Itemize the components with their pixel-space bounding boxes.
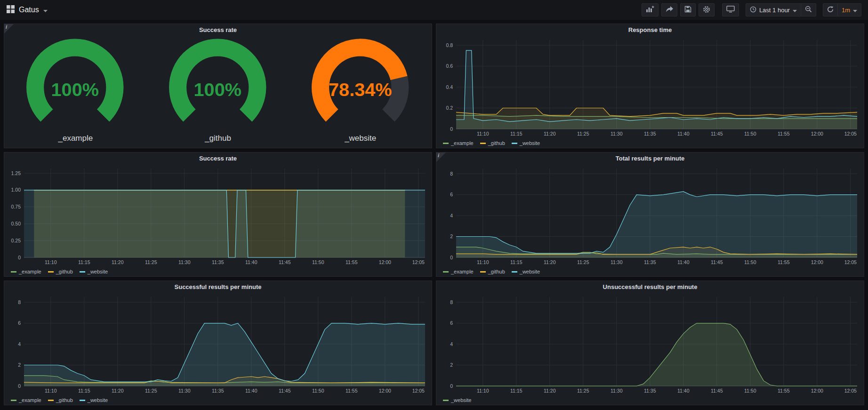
- svg-text:12:00: 12:00: [379, 388, 391, 394]
- svg-text:11:35: 11:35: [644, 131, 656, 137]
- legend-swatch: [11, 271, 16, 273]
- svg-text:11:20: 11:20: [112, 259, 124, 265]
- save-icon: [684, 6, 691, 14]
- panel-title[interactable]: Success rate: [4, 24, 432, 36]
- legend-item[interactable]: _website: [80, 269, 108, 274]
- legend-swatch: [512, 271, 517, 273]
- dashboard-settings-button[interactable]: [699, 3, 715, 16]
- gauge-svg: 100%: [15, 36, 136, 133]
- panel-info-icon[interactable]: i: [436, 153, 446, 162]
- svg-text:11:10: 11:10: [45, 259, 57, 265]
- svg-text:11:45: 11:45: [279, 388, 291, 394]
- chart-legend: _website: [443, 397, 471, 403]
- svg-text:0: 0: [450, 126, 453, 132]
- time-range-button[interactable]: Last 1 hour: [746, 3, 801, 16]
- svg-text:11:40: 11:40: [677, 388, 690, 394]
- refresh-interval-button[interactable]: 1m: [838, 3, 861, 16]
- legend-item[interactable]: _website: [443, 397, 471, 403]
- legend-item[interactable]: _website: [80, 397, 108, 403]
- legend-series-name: _example: [451, 140, 474, 146]
- svg-text:0: 0: [18, 255, 21, 260]
- legend-swatch: [80, 271, 85, 273]
- legend-series-name: _website: [520, 140, 540, 146]
- chart-legend: _example_github_website: [11, 397, 108, 403]
- gauge-arc: 100%: [147, 36, 289, 133]
- chart-unsuccessful-results[interactable]: 0246811:1011:1511:2011:2511:3011:3511:40…: [439, 293, 861, 394]
- svg-text:0: 0: [450, 255, 453, 260]
- panel-successful-results: Successful results per minute 0246811:10…: [4, 281, 432, 405]
- svg-text:0.75: 0.75: [11, 204, 21, 209]
- legend-item[interactable]: _example: [11, 269, 41, 274]
- chart-svg: 0246811:1011:1511:2011:2511:3011:3511:40…: [7, 293, 429, 394]
- chart-success-rate[interactable]: 00.250.500.751.001.2511:1011:1511:2011:2…: [7, 165, 429, 266]
- chart-total-results[interactable]: 0246811:1011:1511:2011:2511:3011:3511:40…: [439, 165, 861, 266]
- legend-swatch: [11, 400, 16, 401]
- svg-text:11:50: 11:50: [744, 131, 756, 137]
- legend-series-name: _github: [56, 269, 73, 274]
- legend-series-name: _github: [56, 397, 73, 403]
- add-panel-button[interactable]: [642, 3, 659, 16]
- svg-text:11:20: 11:20: [544, 131, 556, 137]
- panel-title[interactable]: Unsuccessful results per minute: [436, 281, 864, 293]
- legend-item[interactable]: _github: [480, 140, 505, 146]
- svg-text:11:50: 11:50: [744, 388, 756, 394]
- save-dashboard-button[interactable]: [680, 3, 696, 16]
- svg-text:4: 4: [450, 213, 453, 218]
- legend-series-name: _github: [488, 269, 505, 274]
- svg-text:11:45: 11:45: [711, 259, 723, 265]
- gauge-website: 78.34% _website: [289, 36, 432, 145]
- panel-title[interactable]: Total results per minute: [436, 153, 864, 165]
- legend-item[interactable]: _example: [11, 397, 41, 403]
- svg-text:8: 8: [18, 299, 21, 305]
- share-dashboard-button[interactable]: [661, 3, 677, 16]
- dashboard-title[interactable]: Gatus: [19, 6, 39, 14]
- legend-item[interactable]: _github: [48, 397, 73, 403]
- svg-text:11:25: 11:25: [577, 259, 589, 265]
- legend-item[interactable]: _example: [443, 140, 474, 146]
- info-icon-glyph: i: [438, 153, 439, 158]
- svg-text:0.6: 0.6: [446, 63, 453, 69]
- legend-series-name: _example: [19, 397, 41, 403]
- svg-text:0.25: 0.25: [11, 238, 21, 243]
- svg-text:11:30: 11:30: [178, 388, 191, 394]
- legend-item[interactable]: _website: [512, 140, 540, 146]
- svg-text:6: 6: [450, 192, 453, 197]
- svg-text:11:25: 11:25: [577, 131, 589, 137]
- legend-item[interactable]: _website: [512, 269, 540, 274]
- svg-text:11:20: 11:20: [544, 259, 556, 265]
- legend-item[interactable]: _github: [48, 269, 73, 274]
- svg-text:11:40: 11:40: [677, 131, 690, 137]
- chart-response-time[interactable]: 00.20.40.60.811:1011:1511:2011:2511:3011…: [439, 36, 861, 137]
- legend-item[interactable]: _github: [480, 269, 505, 274]
- chart-svg: 00.20.40.60.811:1011:1511:2011:2511:3011…: [439, 36, 861, 137]
- panel-info-icon[interactable]: i: [4, 24, 14, 33]
- legend-swatch: [443, 400, 449, 401]
- dashboard-grid-icon[interactable]: [7, 5, 15, 15]
- svg-text:12:00: 12:00: [811, 131, 823, 137]
- svg-text:8: 8: [450, 299, 453, 305]
- gauge-label: _example: [58, 133, 93, 145]
- chart-successful-results[interactable]: 0246811:1011:1511:2011:2511:3011:3511:40…: [7, 293, 429, 394]
- legend-series-name: _website: [88, 397, 108, 403]
- chart-svg: 0246811:1011:1511:2011:2511:3011:3511:40…: [439, 293, 861, 394]
- svg-text:11:10: 11:10: [477, 131, 489, 137]
- svg-text:1.00: 1.00: [11, 187, 21, 193]
- zoom-out-button[interactable]: [801, 3, 816, 16]
- svg-text:11:15: 11:15: [78, 259, 90, 265]
- gauge-value: 78.34%: [329, 79, 392, 100]
- svg-text:11:10: 11:10: [477, 259, 489, 265]
- chart-legend: _example_github_website: [443, 269, 540, 274]
- legend-series-name: _example: [19, 269, 41, 274]
- refresh-button[interactable]: [823, 3, 838, 16]
- panel-title[interactable]: Response time: [436, 24, 864, 36]
- panel-title[interactable]: Successful results per minute: [4, 281, 432, 293]
- svg-text:0: 0: [450, 383, 453, 389]
- panel-title[interactable]: Success rate: [4, 153, 432, 165]
- svg-text:11:20: 11:20: [544, 388, 556, 394]
- legend-item[interactable]: _example: [443, 269, 474, 274]
- svg-text:12:00: 12:00: [811, 388, 823, 394]
- legend-series-name: _website: [88, 269, 108, 274]
- gear-icon: [703, 6, 710, 15]
- cycle-view-mode-button[interactable]: [722, 3, 739, 16]
- gauge-label: _website: [345, 133, 376, 145]
